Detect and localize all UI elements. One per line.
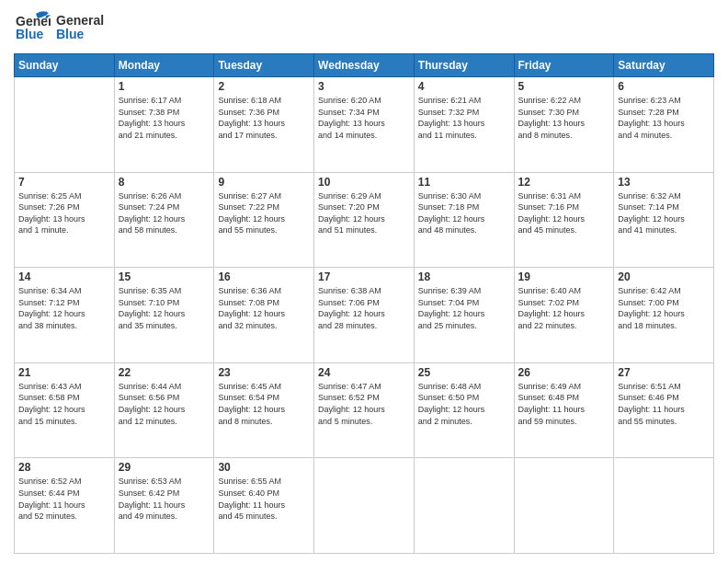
day-number: 23: [218, 366, 310, 379]
calendar-table: SundayMondayTuesdayWednesdayThursdayFrid…: [14, 53, 714, 554]
day-info: Sunrise: 6:45 AM Sunset: 6:54 PM Dayligh…: [218, 381, 310, 427]
svg-text:Blue: Blue: [16, 27, 44, 41]
calendar-cell: 23Sunrise: 6:45 AM Sunset: 6:54 PM Dayli…: [214, 362, 314, 458]
day-number: 16: [218, 270, 310, 283]
calendar-cell: [314, 458, 415, 554]
day-info: Sunrise: 6:44 AM Sunset: 6:56 PM Dayligh…: [119, 381, 210, 427]
calendar-cell: 15Sunrise: 6:35 AM Sunset: 7:10 PM Dayli…: [114, 268, 214, 363]
day-number: 5: [518, 80, 610, 93]
page: General Blue General Blue SundayMondayTu…: [0, 0, 728, 563]
calendar-cell: 16Sunrise: 6:36 AM Sunset: 7:08 PM Dayli…: [214, 268, 314, 363]
calendar-cell: 30Sunrise: 6:55 AM Sunset: 6:40 PM Dayli…: [214, 458, 314, 554]
day-number: 6: [618, 80, 710, 93]
calendar-cell: 21Sunrise: 6:43 AM Sunset: 6:58 PM Dayli…: [15, 362, 115, 458]
day-info: Sunrise: 6:17 AM Sunset: 7:38 PM Dayligh…: [119, 95, 210, 141]
day-info: Sunrise: 6:26 AM Sunset: 7:24 PM Dayligh…: [119, 190, 210, 236]
calendar-cell: 14Sunrise: 6:34 AM Sunset: 7:12 PM Dayli…: [15, 268, 115, 363]
day-info: Sunrise: 6:48 AM Sunset: 6:50 PM Dayligh…: [418, 381, 510, 427]
day-number: 1: [119, 80, 210, 93]
day-info: Sunrise: 6:47 AM Sunset: 6:52 PM Dayligh…: [318, 381, 410, 427]
calendar-cell: 20Sunrise: 6:42 AM Sunset: 7:00 PM Dayli…: [614, 268, 714, 363]
header: General Blue General Blue: [14, 9, 714, 46]
day-info: Sunrise: 6:20 AM Sunset: 7:34 PM Dayligh…: [318, 95, 410, 141]
calendar-cell: 18Sunrise: 6:39 AM Sunset: 7:04 PM Dayli…: [414, 268, 514, 363]
day-info: Sunrise: 6:39 AM Sunset: 7:04 PM Dayligh…: [418, 285, 510, 331]
day-number: 17: [318, 270, 410, 283]
calendar-cell: 4Sunrise: 6:21 AM Sunset: 7:32 PM Daylig…: [414, 77, 514, 173]
calendar-week-2: 14Sunrise: 6:34 AM Sunset: 7:12 PM Dayli…: [15, 268, 714, 363]
day-number: 26: [518, 366, 610, 379]
day-info: Sunrise: 6:36 AM Sunset: 7:08 PM Dayligh…: [218, 285, 310, 331]
day-info: Sunrise: 6:27 AM Sunset: 7:22 PM Dayligh…: [218, 190, 310, 236]
day-number: 25: [418, 366, 510, 379]
calendar-week-4: 28Sunrise: 6:52 AM Sunset: 6:44 PM Dayli…: [15, 458, 714, 554]
day-info: Sunrise: 6:40 AM Sunset: 7:02 PM Dayligh…: [518, 285, 610, 331]
calendar-cell: 22Sunrise: 6:44 AM Sunset: 6:56 PM Dayli…: [114, 362, 214, 458]
calendar-cell: 7Sunrise: 6:25 AM Sunset: 7:26 PM Daylig…: [15, 172, 115, 268]
day-info: Sunrise: 6:55 AM Sunset: 6:40 PM Dayligh…: [218, 476, 310, 522]
day-number: 8: [119, 176, 210, 189]
day-info: Sunrise: 6:34 AM Sunset: 7:12 PM Dayligh…: [18, 285, 110, 331]
day-info: Sunrise: 6:43 AM Sunset: 6:58 PM Dayligh…: [18, 381, 110, 427]
day-number: 21: [18, 366, 110, 379]
calendar-header-wednesday: Wednesday: [314, 54, 415, 77]
day-number: 22: [119, 366, 210, 379]
calendar-header-tuesday: Tuesday: [214, 54, 314, 77]
day-number: 19: [518, 270, 610, 283]
day-number: 29: [119, 461, 210, 474]
day-info: Sunrise: 6:25 AM Sunset: 7:26 PM Dayligh…: [18, 190, 110, 236]
calendar-cell: 17Sunrise: 6:38 AM Sunset: 7:06 PM Dayli…: [314, 268, 415, 363]
day-number: 2: [218, 80, 310, 93]
logo-icon: General Blue: [14, 9, 51, 46]
day-number: 20: [618, 270, 710, 283]
calendar-cell: 19Sunrise: 6:40 AM Sunset: 7:02 PM Dayli…: [514, 268, 614, 363]
day-number: 28: [18, 461, 110, 474]
calendar-cell: 2Sunrise: 6:18 AM Sunset: 7:36 PM Daylig…: [214, 77, 314, 173]
day-info: Sunrise: 6:38 AM Sunset: 7:06 PM Dayligh…: [318, 285, 410, 331]
calendar-cell: [414, 458, 514, 554]
day-number: 4: [418, 80, 510, 93]
calendar-cell: 3Sunrise: 6:20 AM Sunset: 7:34 PM Daylig…: [314, 77, 415, 173]
calendar-week-3: 21Sunrise: 6:43 AM Sunset: 6:58 PM Dayli…: [15, 362, 714, 458]
day-info: Sunrise: 6:29 AM Sunset: 7:20 PM Dayligh…: [318, 190, 410, 236]
day-number: 7: [18, 176, 110, 189]
calendar-header-monday: Monday: [114, 54, 214, 77]
day-info: Sunrise: 6:35 AM Sunset: 7:10 PM Dayligh…: [119, 285, 210, 331]
day-info: Sunrise: 6:42 AM Sunset: 7:00 PM Dayligh…: [618, 285, 710, 331]
day-number: 24: [318, 366, 410, 379]
calendar-cell: 10Sunrise: 6:29 AM Sunset: 7:20 PM Dayli…: [314, 172, 415, 268]
calendar-cell: 24Sunrise: 6:47 AM Sunset: 6:52 PM Dayli…: [314, 362, 415, 458]
day-info: Sunrise: 6:23 AM Sunset: 7:28 PM Dayligh…: [618, 95, 710, 141]
day-info: Sunrise: 6:21 AM Sunset: 7:32 PM Dayligh…: [418, 95, 510, 141]
logo-text-general: General: [56, 14, 104, 28]
calendar-cell: 9Sunrise: 6:27 AM Sunset: 7:22 PM Daylig…: [214, 172, 314, 268]
calendar-header-friday: Friday: [514, 54, 614, 77]
day-info: Sunrise: 6:52 AM Sunset: 6:44 PM Dayligh…: [18, 476, 110, 522]
day-number: 14: [18, 270, 110, 283]
day-info: Sunrise: 6:53 AM Sunset: 6:42 PM Dayligh…: [119, 476, 210, 522]
calendar-cell: [15, 77, 115, 173]
calendar-cell: 6Sunrise: 6:23 AM Sunset: 7:28 PM Daylig…: [614, 77, 714, 173]
calendar-cell: 28Sunrise: 6:52 AM Sunset: 6:44 PM Dayli…: [15, 458, 115, 554]
calendar-cell: 11Sunrise: 6:30 AM Sunset: 7:18 PM Dayli…: [414, 172, 514, 268]
calendar-week-1: 7Sunrise: 6:25 AM Sunset: 7:26 PM Daylig…: [15, 172, 714, 268]
day-number: 18: [418, 270, 510, 283]
calendar-cell: 13Sunrise: 6:32 AM Sunset: 7:14 PM Dayli…: [614, 172, 714, 268]
day-number: 30: [218, 461, 310, 474]
day-info: Sunrise: 6:30 AM Sunset: 7:18 PM Dayligh…: [418, 190, 510, 236]
day-number: 10: [318, 176, 410, 189]
day-number: 9: [218, 176, 310, 189]
day-info: Sunrise: 6:31 AM Sunset: 7:16 PM Dayligh…: [518, 190, 610, 236]
calendar-header-row: SundayMondayTuesdayWednesdayThursdayFrid…: [15, 54, 714, 77]
calendar-cell: [514, 458, 614, 554]
day-number: 27: [618, 366, 710, 379]
day-number: 13: [618, 176, 710, 189]
day-number: 12: [518, 176, 610, 189]
day-info: Sunrise: 6:49 AM Sunset: 6:48 PM Dayligh…: [518, 381, 610, 427]
logo: General Blue General Blue: [14, 9, 104, 46]
calendar-cell: 8Sunrise: 6:26 AM Sunset: 7:24 PM Daylig…: [114, 172, 214, 268]
day-number: 11: [418, 176, 510, 189]
calendar-cell: 25Sunrise: 6:48 AM Sunset: 6:50 PM Dayli…: [414, 362, 514, 458]
day-info: Sunrise: 6:32 AM Sunset: 7:14 PM Dayligh…: [618, 190, 710, 236]
calendar-header-thursday: Thursday: [414, 54, 514, 77]
